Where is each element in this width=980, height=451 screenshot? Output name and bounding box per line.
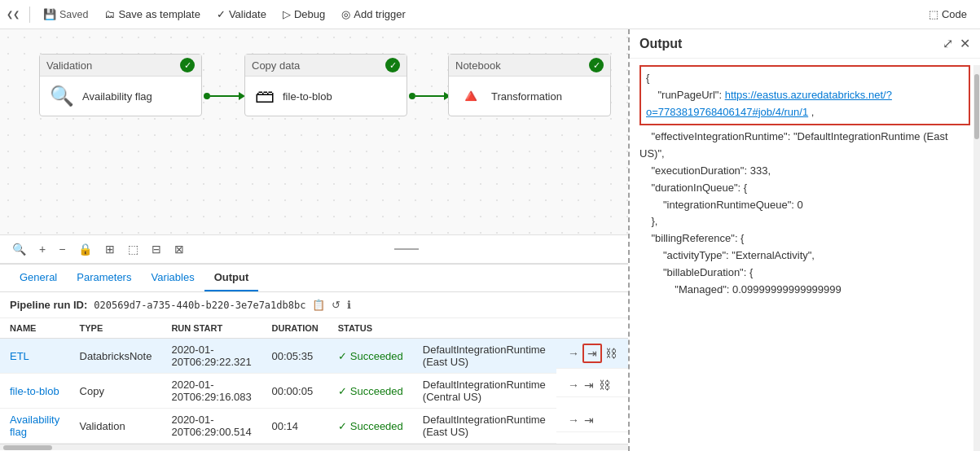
code-icon: ⬚	[929, 8, 938, 20]
action-input-icon[interactable]: →	[566, 347, 581, 360]
template-icon: 🗂	[104, 8, 115, 20]
code-button[interactable]: ⬚ Code	[922, 5, 973, 24]
output-line-activity-type: "activityType": "ExternalActivity",	[639, 247, 970, 265]
output-panel: Output ⤢ ✕ { "runPageUrl": https://eastu…	[628, 29, 980, 451]
tab-variables[interactable]: Variables	[141, 265, 204, 291]
info-icon[interactable]: ℹ	[347, 299, 351, 311]
action-link-icon[interactable]: ⛓	[604, 347, 618, 360]
tool-search[interactable]: 🔍	[7, 239, 32, 260]
action-output-icon[interactable]: ⇥	[582, 344, 602, 363]
run-id-value: 020569d7-a735-440b-b220-3e7e7a1db8bc	[94, 300, 305, 311]
save-icon: 💾	[43, 8, 56, 20]
refresh-icon[interactable]: ↺	[332, 299, 341, 311]
tab-general[interactable]: General	[10, 265, 67, 291]
cell-status: ✓ Succeeded	[328, 339, 413, 374]
canvas-toolbar: 🔍 + − 🔒 ⊞ ⬚ ⊟ ⊠	[0, 234, 628, 264]
close-output-icon[interactable]: ✕	[960, 36, 970, 51]
code-label: Code	[942, 8, 967, 20]
output-scrollbar[interactable]	[973, 65, 980, 451]
activity-node-copy[interactable]: Copy data ✓ 🗃 file-to-blob	[244, 54, 407, 116]
cell-type: Copy	[70, 374, 162, 409]
col-run-start: RUN START	[161, 318, 261, 339]
table-row[interactable]: Availability flag Validation 2020-01-20T…	[0, 409, 628, 444]
tab-output[interactable]: Output	[204, 265, 259, 291]
connector-1-2	[204, 92, 245, 100]
run-id-label: Pipeline run ID:	[10, 299, 87, 311]
validate-button[interactable]: ✓ Validate	[210, 5, 273, 24]
save-template-button[interactable]: 🗂 Save as template	[98, 5, 206, 24]
success-badge-copy: ✓	[385, 58, 400, 72]
main-container: Validation ✓ 🔍 Availability flag Copy da…	[0, 29, 980, 451]
output-content[interactable]: { "runPageUrl": https://eastus.azuredata…	[630, 59, 980, 451]
col-duration: DURATION	[262, 318, 328, 339]
copy-id-icon[interactable]: 📋	[312, 299, 325, 311]
tool-select[interactable]: ⬚	[122, 239, 144, 260]
output-title: Output	[639, 37, 682, 51]
col-type: TYPE	[70, 318, 162, 339]
validate-icon: ✓	[217, 8, 226, 20]
table-row[interactable]: file-to-blob Copy 2020-01-20T06:29:16.08…	[0, 374, 628, 409]
cell-type: DatabricksNote	[70, 339, 162, 374]
output-line-queue-close: },	[639, 213, 970, 230]
main-toolbar: ❮❮ 💾 Saved 🗂 Save as template ✓ Validate…	[0, 0, 980, 29]
output-line-billable: "billableDuration": {	[639, 265, 970, 282]
col-name: NAME	[0, 318, 70, 339]
output-comma1: ,	[811, 106, 815, 118]
col-status: STATUS	[328, 318, 413, 339]
cell-runtime: DefaultIntegrationRuntime (East US)	[413, 409, 556, 444]
tool-grid2[interactable]: ⊟	[146, 239, 167, 260]
tool-grid3[interactable]: ⊠	[169, 239, 190, 260]
cell-type: Validation	[70, 409, 162, 444]
connector-2-3	[409, 92, 450, 100]
add-trigger-button[interactable]: ◎ Add trigger	[335, 5, 412, 24]
action-output-icon[interactable]: ⇥	[582, 414, 595, 427]
tool-grid1[interactable]: ⊞	[99, 239, 121, 260]
tool-zoom-out[interactable]: −	[53, 239, 71, 260]
saved-status: 💾 Saved	[37, 5, 94, 24]
action-input-icon[interactable]: →	[566, 379, 581, 392]
tool-lock[interactable]: 🔒	[73, 239, 98, 260]
output-line-queue-val: "integrationRuntimeQueue": 0	[639, 197, 970, 214]
cell-status: ✓ Succeeded	[328, 374, 413, 409]
tool-zoom-in[interactable]: +	[33, 239, 51, 260]
debug-icon: ▷	[283, 8, 291, 20]
table-row[interactable]: ETL DatabricksNote 2020-01-20T06:29:22.3…	[0, 339, 628, 374]
node-type-copy: Copy data	[252, 59, 300, 72]
action-input-icon[interactable]: →	[566, 414, 581, 427]
action-output-icon[interactable]: ⇥	[582, 379, 595, 392]
col-actions	[556, 318, 628, 339]
horizontal-scrollbar[interactable]	[0, 444, 628, 450]
add-trigger-label: Add trigger	[354, 8, 406, 20]
activity-node-notebook[interactable]: Notebook ✓ 🔺 Transformation	[448, 54, 611, 116]
action-link-icon[interactable]: ⛓	[597, 379, 612, 392]
output-scrollbar-thumb[interactable]	[974, 74, 979, 139]
activity-node-validation[interactable]: Validation ✓ 🔍 Availability flag	[39, 54, 202, 116]
scroll-thumb[interactable]	[3, 445, 52, 450]
node-icon-copy: 🗃	[255, 85, 275, 107]
panel-tabs: General Parameters Variables Output	[0, 265, 628, 292]
output-url-block: { "runPageUrl": https://eastus.azuredata…	[639, 65, 970, 125]
node-label-notebook: Transformation	[491, 90, 562, 103]
cell-name: ETL	[0, 339, 70, 374]
node-type-validation: Validation	[46, 59, 92, 72]
expand-output-icon[interactable]: ⤢	[943, 36, 953, 51]
tab-parameters[interactable]: Parameters	[67, 265, 141, 291]
output-header: Output ⤢ ✕	[630, 29, 980, 59]
output-controls: ⤢ ✕	[943, 36, 970, 51]
save-template-label: Save as template	[118, 8, 200, 20]
trigger-icon: ◎	[341, 8, 350, 20]
cell-actions: → ⇥ ⛓	[556, 339, 628, 369]
output-line-managed: "Managed": 0.09999999999999999	[639, 282, 970, 299]
bottom-panel: General Parameters Variables Output Pipe…	[0, 264, 628, 451]
cell-duration: 00:00:05	[262, 374, 328, 409]
output-line-runtime: "effectiveIntegrationRuntime": "DefaultI…	[639, 129, 970, 163]
node-icon-validation: 🔍	[50, 85, 74, 107]
cell-name: file-to-blob	[0, 374, 70, 409]
expand-icon[interactable]: ❮❮	[7, 10, 20, 19]
cell-runtime: DefaultIntegrationRuntime (East US)	[413, 339, 556, 374]
node-icon-notebook: 🔺	[459, 85, 483, 107]
debug-button[interactable]: ▷ Debug	[276, 5, 332, 24]
saved-label: Saved	[59, 9, 88, 20]
pipeline-canvas[interactable]: Validation ✓ 🔍 Availability flag Copy da…	[0, 29, 628, 234]
status-icon: ✓	[338, 350, 347, 362]
